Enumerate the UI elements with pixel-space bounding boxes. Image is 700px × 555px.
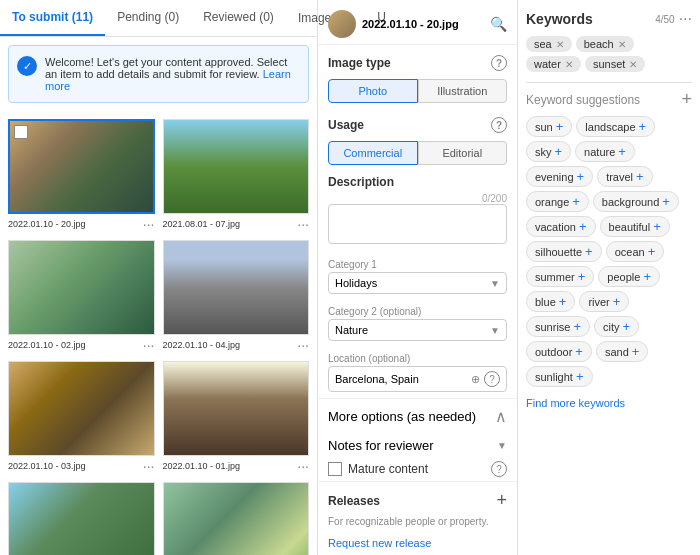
image-thumb[interactable] bbox=[163, 119, 310, 214]
suggestion-tag[interactable]: travel+ bbox=[597, 166, 653, 187]
add-keyword-icon[interactable]: + bbox=[618, 144, 626, 159]
add-keyword-icon[interactable]: + bbox=[579, 219, 587, 234]
find-more-link[interactable]: Find more keywords bbox=[526, 397, 692, 409]
list-item[interactable]: 2022.01.10 - 02.jpg··· bbox=[4, 236, 159, 357]
suggestion-tag[interactable]: blue+ bbox=[526, 291, 575, 312]
suggestion-tag[interactable]: sand+ bbox=[596, 341, 648, 362]
add-keyword-icon[interactable]: + bbox=[556, 119, 564, 134]
suggestion-tag[interactable]: sunrise+ bbox=[526, 316, 590, 337]
commercial-button[interactable]: Commercial bbox=[328, 141, 418, 165]
add-keyword-icon[interactable]: + bbox=[613, 294, 621, 309]
image-thumb[interactable] bbox=[163, 240, 310, 335]
add-keyword-icon[interactable]: + bbox=[639, 119, 647, 134]
image-thumb[interactable] bbox=[8, 361, 155, 456]
suggestion-tag[interactable]: silhouette+ bbox=[526, 241, 602, 262]
image-thumb[interactable] bbox=[8, 482, 155, 555]
list-item[interactable]: 2022.01.10 - 04.jpg··· bbox=[159, 236, 314, 357]
suggestion-tag[interactable]: evening+ bbox=[526, 166, 593, 187]
illustration-button[interactable]: Illustration bbox=[418, 79, 508, 103]
more-options-toggle[interactable]: More options (as needed) ∧ bbox=[318, 398, 517, 434]
photo-button[interactable]: Photo bbox=[328, 79, 418, 103]
suggestion-tag[interactable]: river+ bbox=[579, 291, 629, 312]
suggestion-tag[interactable]: vacation+ bbox=[526, 216, 596, 237]
suggestion-tag-label: ocean bbox=[615, 246, 645, 258]
list-item[interactable]: 2021.08.01 - 03.jpg··· bbox=[159, 478, 314, 555]
location-input[interactable]: Barcelona, Spain ⊕ ? bbox=[328, 366, 507, 392]
add-keyword-icon[interactable]: + bbox=[585, 244, 593, 259]
list-item[interactable]: 2021.08.01 - 04.jpg··· bbox=[4, 478, 159, 555]
mature-checkbox[interactable] bbox=[328, 462, 342, 476]
suggestion-tag[interactable]: orange+ bbox=[526, 191, 589, 212]
image-thumb[interactable] bbox=[163, 482, 310, 555]
remove-keyword-icon[interactable]: ✕ bbox=[629, 59, 637, 70]
mature-label: Mature content bbox=[348, 462, 485, 476]
remove-keyword-icon[interactable]: ✕ bbox=[556, 39, 564, 50]
category1-select[interactable]: Holidays ▼ bbox=[328, 272, 507, 294]
suggestion-tag[interactable]: sky+ bbox=[526, 141, 571, 162]
add-keyword-icon[interactable]: + bbox=[632, 344, 640, 359]
add-suggestion-icon[interactable]: + bbox=[681, 89, 692, 110]
search-icon[interactable]: 🔍 bbox=[490, 16, 507, 32]
suggestion-tag[interactable]: summer+ bbox=[526, 266, 594, 287]
image-more-icon[interactable]: ··· bbox=[143, 216, 155, 232]
suggestion-tag[interactable]: city+ bbox=[594, 316, 639, 337]
suggestion-tag[interactable]: outdoor+ bbox=[526, 341, 592, 362]
image-more-icon[interactable]: ··· bbox=[143, 337, 155, 353]
image-thumb[interactable] bbox=[163, 361, 310, 456]
suggestion-tag[interactable]: landscape+ bbox=[576, 116, 655, 137]
suggestion-tag[interactable]: sun+ bbox=[526, 116, 572, 137]
add-keyword-icon[interactable]: + bbox=[577, 169, 585, 184]
suggestion-tag[interactable]: people+ bbox=[598, 266, 660, 287]
image-more-icon[interactable]: ··· bbox=[143, 458, 155, 474]
suggestion-tag[interactable]: beautiful+ bbox=[600, 216, 670, 237]
select-checkbox[interactable] bbox=[14, 125, 28, 139]
image-more-icon[interactable]: ··· bbox=[297, 216, 309, 232]
list-item[interactable]: 2022.01.10 - 01.jpg··· bbox=[159, 357, 314, 478]
help-icon[interactable]: ? bbox=[491, 55, 507, 71]
add-release-icon[interactable]: + bbox=[496, 490, 507, 511]
add-keyword-icon[interactable]: + bbox=[575, 344, 583, 359]
suggestion-tag[interactable]: ocean+ bbox=[606, 241, 665, 262]
suggestion-tag[interactable]: nature+ bbox=[575, 141, 635, 162]
suggestion-tag[interactable]: sunlight+ bbox=[526, 366, 593, 387]
image-thumb[interactable] bbox=[8, 240, 155, 335]
keyword-tag[interactable]: beach✕ bbox=[576, 36, 634, 52]
add-keyword-icon[interactable]: + bbox=[623, 319, 631, 334]
add-keyword-icon[interactable]: + bbox=[555, 144, 563, 159]
category2-select[interactable]: Nature ▼ bbox=[328, 319, 507, 341]
tab-to-submit[interactable]: To submit (11) bbox=[0, 0, 105, 36]
add-keyword-icon[interactable]: + bbox=[559, 294, 567, 309]
remove-keyword-icon[interactable]: ✕ bbox=[618, 39, 626, 50]
add-keyword-icon[interactable]: + bbox=[653, 219, 661, 234]
list-item[interactable]: 2021.08.01 - 07.jpg··· bbox=[159, 115, 314, 236]
add-keyword-icon[interactable]: + bbox=[643, 269, 651, 284]
tab-pending[interactable]: Pending (0) bbox=[105, 0, 191, 36]
check-icon: ✓ bbox=[17, 56, 37, 76]
add-keyword-icon[interactable]: + bbox=[636, 169, 644, 184]
location-help-icon[interactable]: ? bbox=[484, 371, 500, 387]
add-keyword-icon[interactable]: + bbox=[573, 319, 581, 334]
list-item[interactable]: 2022.01.10 - 03.jpg··· bbox=[4, 357, 159, 478]
mature-help-icon[interactable]: ? bbox=[491, 461, 507, 477]
notes-chevron-icon[interactable]: ▼ bbox=[497, 440, 507, 451]
remove-keyword-icon[interactable]: ✕ bbox=[565, 59, 573, 70]
add-keyword-icon[interactable]: + bbox=[572, 194, 580, 209]
add-keyword-icon[interactable]: + bbox=[578, 269, 586, 284]
add-keyword-icon[interactable]: + bbox=[576, 369, 584, 384]
image-more-icon[interactable]: ··· bbox=[297, 458, 309, 474]
list-item[interactable]: 2022.01.10 - 20.jpg··· bbox=[4, 115, 159, 236]
keyword-tag[interactable]: sunset✕ bbox=[585, 56, 645, 72]
image-thumb[interactable] bbox=[8, 119, 155, 214]
image-more-icon[interactable]: ··· bbox=[297, 337, 309, 353]
request-release-link[interactable]: Request new release bbox=[328, 537, 431, 549]
more-options-icon[interactable]: ··· bbox=[679, 10, 692, 28]
add-keyword-icon[interactable]: + bbox=[648, 244, 656, 259]
tab-reviewed[interactable]: Reviewed (0) bbox=[191, 0, 286, 36]
suggestion-tag[interactable]: background+ bbox=[593, 191, 679, 212]
keyword-tag[interactable]: sea✕ bbox=[526, 36, 572, 52]
editorial-button[interactable]: Editorial bbox=[418, 141, 508, 165]
description-input[interactable] bbox=[328, 204, 507, 244]
usage-help-icon[interactable]: ? bbox=[491, 117, 507, 133]
keyword-tag[interactable]: water✕ bbox=[526, 56, 581, 72]
add-keyword-icon[interactable]: + bbox=[662, 194, 670, 209]
